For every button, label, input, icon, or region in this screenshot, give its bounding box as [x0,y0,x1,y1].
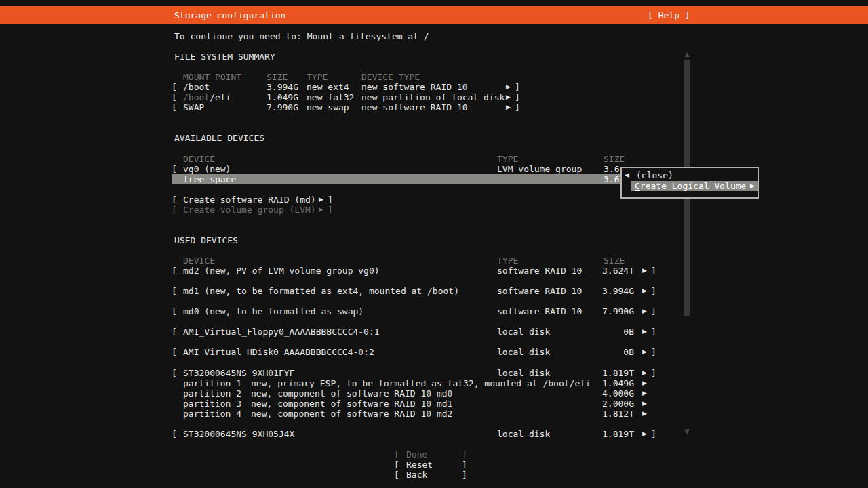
scroll-down-icon[interactable]: ▼ [683,428,691,436]
bracket: ] [328,195,333,205]
scroll-up-icon[interactable]: ▲ [683,50,691,58]
bracket: [ [172,164,177,174]
bracket: ] [651,368,656,378]
bracket: ] [651,347,656,357]
available-devices-title: AVAILABLE DEVICES [0,133,868,143]
chevron-right-icon: ▶ [642,327,647,337]
partition-row-1[interactable]: partition 1 new, primary ESP, to be form… [0,378,868,388]
device-size: 0B [593,347,634,357]
bracket: [ [172,368,177,378]
bracket: [ [172,92,177,102]
device-type: new partition of local disk [361,92,505,102]
bracket: ] [651,429,656,439]
partition-desc: new, component of software RAID 10 md0 [251,388,452,399]
button-label: Done [406,449,427,460]
type: new ext4 [307,82,349,92]
partition-row-4[interactable]: partition 4 new, component of software R… [0,409,868,419]
bracket: ] [515,92,520,102]
bracket: [ [172,195,177,205]
type: new swap [307,102,349,113]
device-name: vg0 (new) [183,164,231,174]
button-label: Back [406,470,427,480]
help-button[interactable]: [ Help ] [648,6,690,24]
storage-configuration-screen: Storage configuration [ Help ] To contin… [0,0,868,488]
partition-size: 1.049G [593,378,634,388]
bracket: [ [394,460,399,470]
partition-name: partition 1 [183,378,241,388]
chevron-right-icon: ▶ [506,82,511,92]
partition-desc: new, component of software RAID 10 md1 [251,399,452,409]
done-button-disabled[interactable]: [ Done ] [0,449,868,460]
notice-line: To continue you need to: Mount a filesys… [0,31,868,41]
bracket: ] [651,266,656,276]
device-size: 3.6 [604,164,619,174]
device-name: md0 (new, to be formatted as swap) [183,306,363,317]
device-size: 3.6 [604,174,619,184]
device-type: local disk [497,429,550,439]
action-label: Create software RAID (md) [183,195,316,205]
device-row-md1[interactable]: [ md1 (new, to be formatted as ext4, mou… [0,286,868,296]
device-type: local disk [497,368,550,378]
bracket: ] [651,286,656,296]
partition-name: partition 4 [183,409,241,419]
col-type: TYPE [307,72,328,82]
device-type: local disk [497,327,550,337]
col-size: SIZE [604,154,625,164]
bracket: [ [172,205,177,215]
device-type: LVM volume group [497,164,582,174]
menu-item-label: (close) [636,170,673,180]
bracket: [ [172,286,177,296]
chevron-right-icon: ▶ [506,102,511,113]
device-row-md2[interactable]: [ md2 (new, PV of LVM volume group vg0) … [0,266,868,276]
notice-text: To continue you need to: Mount a filesys… [174,31,429,41]
bracket: [ [394,470,399,480]
device-row-st32000645ns-2[interactable]: [ ST32000645NS_9XH05J4X local disk 1.819… [0,429,868,439]
reset-button[interactable]: [ Reset ] [0,460,868,470]
device-size: 0B [593,327,634,337]
fs-summary-header-row: MOUNT POINT SIZE TYPE DEVICE TYPE [0,72,868,82]
fs-row-boot[interactable]: [ /boot 3.994G new ext4 new software RAI… [0,82,868,92]
create-volume-group-button-disabled[interactable]: [ Create volume group (LVM) ▶ ] [0,205,868,215]
fs-row-swap[interactable]: [ SWAP 7.990G new swap new software RAID… [0,102,868,113]
device-type: software RAID 10 [497,306,582,317]
device-name: free space [183,174,236,184]
bracket: [ [172,327,177,337]
fs-row-boot-efi[interactable]: [ /boot/efi 1.049G new fat32 new partiti… [0,92,868,102]
chevron-right-icon: ▶ [506,92,511,102]
title-bar: Storage configuration [ Help ] [0,6,868,24]
partition-row-2[interactable]: partition 2 new, component of software R… [0,388,868,399]
bracket: ] [462,470,467,480]
bracket: ] [515,102,520,113]
col-device-type: DEVICE TYPE [361,72,420,82]
device-row-virtual-floppy[interactable]: [ AMI_Virtual_Floppy0_AAAABBBBCCCC4-0:1 … [0,327,868,337]
device-type: software RAID 10 [497,286,582,296]
bracket: ] [462,460,467,470]
col-type: TYPE [497,154,518,164]
device-row-free-space-selected[interactable]: free space 3.6 [172,174,620,184]
device-name: md1 (new, to be formatted as ext4, mount… [183,286,459,296]
page-title: Storage configuration [174,6,285,24]
chevron-right-icon: ▶ [750,181,755,191]
size: 7.990G [267,102,298,113]
col-size: SIZE [267,72,288,82]
used-devices-header-row: DEVICE TYPE SIZE [0,256,868,266]
partition-size: 2.000G [593,399,634,409]
free-space-context-menu: ◀ (close) Create Logical Volume ▶ [620,167,760,199]
chevron-right-icon: ▶ [319,205,323,215]
device-row-virtual-hdisk[interactable]: [ AMI_Virtual_HDisk0_AAAABBBBCCCC4-0:2 l… [0,347,868,357]
back-button[interactable]: [ Back ] [0,470,868,480]
col-device: DEVICE [183,154,215,164]
chevron-right-icon: ▶ [642,399,647,409]
device-row-st32000645ns-1[interactable]: [ ST32000645NS_9XH01FYF local disk 1.819… [0,368,868,378]
menu-item-label: Create Logical Volume [635,181,746,191]
device-type: new software RAID 10 [361,82,468,92]
fs-summary-title: FILE SYSTEM SUMMARY [0,52,868,62]
device-row-md0[interactable]: [ md0 (new, to be formatted as swap) sof… [0,306,868,317]
partition-row-3[interactable]: partition 3 new, component of software R… [0,399,868,409]
bracket: [ [172,306,177,317]
chevron-right-icon: ▶ [642,368,647,378]
chevron-right-icon: ▶ [642,306,647,317]
bracket: [ [172,82,177,92]
device-type: software RAID 10 [497,266,582,276]
menu-item-create-logical-volume-selected[interactable]: Create Logical Volume ▶ [631,181,758,191]
